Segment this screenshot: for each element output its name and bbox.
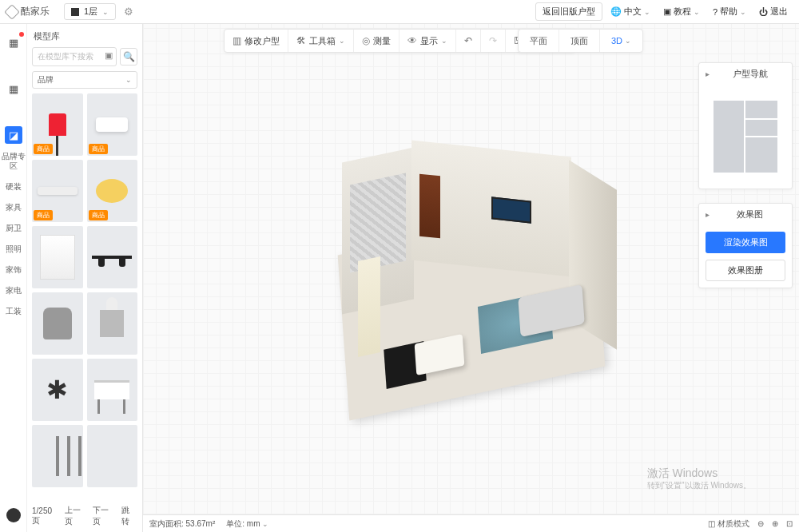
modify-floorplan-button[interactable]: ▥修改户型 bbox=[225, 30, 288, 52]
render-panel: ▸效果图 渲染效果图 效果图册 bbox=[698, 203, 793, 288]
pager-next[interactable]: 下一页 bbox=[93, 505, 117, 527]
rail-cat-brand[interactable]: 品牌专区 bbox=[0, 149, 26, 174]
rail-cat-hard[interactable]: 硬装 bbox=[6, 179, 22, 195]
chevron-down-icon: ⌄ bbox=[339, 37, 345, 45]
language-menu[interactable]: 🌐 中文 ⌄ bbox=[606, 3, 655, 20]
redo-icon: ↷ bbox=[489, 35, 497, 46]
pager: 1/250页 上一页 下一页 跳转 bbox=[27, 500, 142, 532]
chevron-down-icon: ⌄ bbox=[694, 8, 700, 16]
chevron-down-icon: ⌄ bbox=[125, 76, 132, 84]
material-mode-button[interactable]: ◫ 材质模式 bbox=[708, 518, 749, 530]
pager-jump[interactable]: 跳转 bbox=[121, 505, 137, 527]
rail-grid-icon[interactable]: ▦ bbox=[5, 80, 22, 97]
panel-title: 模型库 bbox=[27, 24, 142, 47]
floorplan-icon: ▥ bbox=[233, 35, 241, 46]
search-input[interactable]: 在模型库下搜索 ▣ bbox=[32, 47, 117, 66]
nav-title: 户型导航 bbox=[733, 68, 768, 80]
model-card[interactable] bbox=[87, 292, 138, 355]
pager-prev[interactable]: 上一页 bbox=[65, 505, 89, 527]
model-grid: 商品 商品 商品 商品 bbox=[27, 93, 142, 500]
chevron-down-icon: ⌄ bbox=[262, 520, 268, 528]
rail-cat-furniture[interactable]: 家具 bbox=[6, 200, 22, 216]
rail-floorplan-icon[interactable]: ▦ bbox=[5, 34, 22, 51]
zoom-in-button[interactable]: ⊕ bbox=[772, 519, 778, 528]
rail-model-library-icon[interactable]: ◪ bbox=[5, 126, 22, 144]
help-menu[interactable]: ? 帮助 ⌄ bbox=[708, 3, 751, 20]
model-card[interactable]: 商品 bbox=[32, 93, 83, 156]
room-model[interactable] bbox=[312, 131, 631, 427]
model-card[interactable] bbox=[32, 226, 83, 288]
zoom-out-button[interactable]: ⊖ bbox=[757, 519, 764, 528]
floor-selector[interactable]: 1层 ⌄ bbox=[64, 3, 116, 20]
model-library-panel: 模型库 在模型库下搜索 ▣ 🔍 品牌 ⌄ 商品 商品 商品 商品 1/250页 … bbox=[27, 24, 143, 532]
model-card[interactable] bbox=[87, 425, 138, 487]
model-card[interactable] bbox=[87, 226, 138, 288]
model-card[interactable] bbox=[32, 359, 83, 421]
logo-text: 酷家乐 bbox=[21, 5, 50, 18]
model-card[interactable] bbox=[32, 425, 83, 487]
eye-icon: 👁 bbox=[407, 35, 417, 46]
collapse-arrow-icon[interactable]: ▸ bbox=[706, 210, 710, 219]
app-logo[interactable]: 酷家乐 bbox=[6, 5, 50, 18]
redo-button[interactable]: ↷ bbox=[481, 30, 506, 52]
left-rail: ▦ ▦ ◪ 品牌专区 硬装 家具 厨卫 照明 家饰 家电 工装 bbox=[0, 24, 27, 532]
camera-icon[interactable]: ▣ bbox=[105, 50, 113, 61]
measure-icon: ◎ bbox=[362, 35, 370, 46]
chevron-down-icon: ⌄ bbox=[644, 8, 650, 16]
collapse-arrow-icon[interactable]: ▸ bbox=[706, 69, 710, 78]
toolbox-icon: 🛠 bbox=[296, 35, 306, 46]
unit-select[interactable]: 单位: mm ⌄ bbox=[226, 518, 268, 530]
settings-icon[interactable]: ⚙ bbox=[124, 6, 133, 18]
floorplan-nav-panel: ▸户型导航 bbox=[698, 62, 793, 189]
measure-button[interactable]: ◎测量 bbox=[354, 30, 400, 52]
toolbox-button[interactable]: 🛠工具箱⌄ bbox=[288, 30, 354, 52]
tutorial-menu[interactable]: ▣ 教程 ⌄ bbox=[658, 3, 705, 20]
windows-watermark: 激活 Windows 转到"设置"以激活 Windows。 bbox=[647, 466, 751, 490]
display-button[interactable]: 👁显示⌄ bbox=[400, 30, 456, 52]
rail-cat-decor[interactable]: 家饰 bbox=[6, 262, 22, 278]
chevron-down-icon: ⌄ bbox=[740, 8, 746, 16]
back-old-button[interactable]: 返回旧版户型 bbox=[535, 2, 602, 21]
chevron-down-icon: ⌄ bbox=[625, 37, 631, 45]
view-3d-tab[interactable]: 3D ⌄ bbox=[600, 30, 642, 52]
chevron-down-icon: ⌄ bbox=[102, 8, 109, 16]
search-button[interactable]: 🔍 bbox=[120, 48, 137, 66]
view-ceiling-tab[interactable]: 顶面 bbox=[559, 30, 600, 52]
zoom-fit-button[interactable]: ⊡ bbox=[786, 519, 793, 528]
user-avatar[interactable] bbox=[6, 508, 21, 522]
model-card[interactable] bbox=[32, 292, 83, 355]
area-label: 室内面积: 53.67m² bbox=[149, 518, 215, 530]
logo-icon bbox=[4, 4, 20, 20]
undo-button[interactable]: ↶ bbox=[456, 30, 481, 52]
rail-cat-commercial[interactable]: 工装 bbox=[6, 304, 22, 320]
app-header: 酷家乐 1层 ⌄ ⚙ 返回旧版户型 🌐 中文 ⌄ ▣ 教程 ⌄ ? 帮助 ⌄ ⏻… bbox=[0, 0, 799, 24]
minimap[interactable] bbox=[699, 85, 792, 189]
floor-label: 1层 bbox=[84, 6, 97, 18]
render-button[interactable]: 渲染效果图 bbox=[706, 232, 785, 253]
status-bar: 室内面积: 53.67m² 单位: mm ⌄ ◫ 材质模式 ⊖ ⊕ ⊡ bbox=[143, 514, 799, 532]
render-album-button[interactable]: 效果图册 bbox=[706, 260, 785, 281]
view-mode-bar: 平面 顶面 3D ⌄ bbox=[518, 29, 643, 53]
model-card[interactable]: 商品 bbox=[87, 160, 138, 222]
undo-icon: ↶ bbox=[464, 35, 472, 46]
exit-button[interactable]: ⏻ 退出 bbox=[754, 3, 793, 20]
rail-cat-kitchen[interactable]: 厨卫 bbox=[6, 220, 22, 236]
rail-cat-appliance[interactable]: 家电 bbox=[6, 283, 22, 299]
brand-select[interactable]: 品牌 ⌄ bbox=[32, 71, 137, 89]
model-card[interactable]: 商品 bbox=[32, 160, 83, 222]
rail-cat-lighting[interactable]: 照明 bbox=[6, 241, 22, 257]
render-title: 效果图 bbox=[737, 208, 763, 220]
model-card[interactable]: 商品 bbox=[87, 93, 138, 156]
chevron-down-icon: ⌄ bbox=[441, 37, 447, 45]
pager-total: 1/250页 bbox=[32, 506, 60, 526]
cube-icon bbox=[71, 8, 79, 16]
model-card[interactable] bbox=[87, 359, 138, 421]
view-plan-tab[interactable]: 平面 bbox=[519, 30, 559, 52]
